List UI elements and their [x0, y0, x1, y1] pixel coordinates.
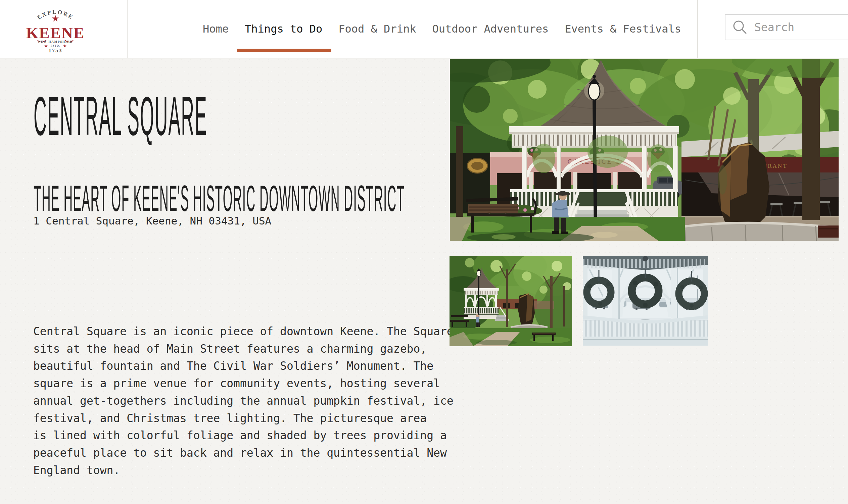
gazebo-wreaths-thumb-photo[interactable] [583, 256, 708, 346]
search-box[interactable] [725, 14, 848, 40]
nav-item-food-drink[interactable]: Food & Drink [338, 0, 416, 58]
logo-star-icon [52, 15, 59, 21]
gazebo-main-photo[interactable]: CAKES ICE C RESTAURANT [450, 59, 838, 241]
explore-keene-page: { "header": { "logo": { "explore": "EXPL… [0, 0, 848, 504]
logo-keene-text: KEENE [26, 24, 85, 42]
page-title: CENTRAL SQUARE [34, 85, 208, 148]
header-divider-left [127, 0, 127, 58]
nav-item-home[interactable]: Home [203, 0, 229, 58]
site-header: EXPLORE KEENE NEW HAMPSHIRE ESTD. 1753 H… [0, 0, 848, 58]
nav-item-events-festivals[interactable]: Events & Festivals [565, 0, 681, 58]
description-text: Central Square is an iconic piece of dow… [33, 323, 466, 479]
main-nav: Home Things to Do Food & Drink Outdoor A… [203, 0, 681, 58]
nav-item-things-to-do[interactable]: Things to Do [245, 0, 322, 58]
search-input[interactable] [754, 20, 839, 34]
address-text: 1 Central Square, Keene, NH 03431, USA [33, 215, 271, 227]
nav-item-outdoor-adventures[interactable]: Outdoor Adventures [432, 0, 549, 58]
search-icon [732, 19, 748, 35]
header-divider-right [697, 0, 698, 58]
logo-state-text: NEW HAMPSHIRE [38, 40, 73, 43]
logo-estd-text: ESTD. [51, 44, 60, 47]
gazebo-thumb-photo[interactable] [449, 256, 572, 346]
page-subtitle: THE HEART OF KEENE'S HISTORIC DOWNTOWN D… [34, 177, 405, 220]
explore-keene-logo[interactable]: EXPLORE KEENE NEW HAMPSHIRE ESTD. 1753 [26, 3, 85, 54]
logo-year-text: 1753 [49, 47, 63, 54]
